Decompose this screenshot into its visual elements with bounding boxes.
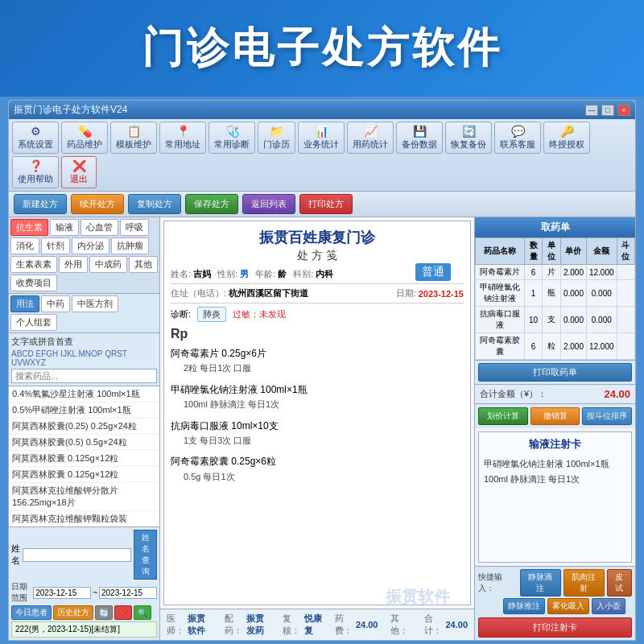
patient-list-item[interactable]: 222(男，2023-12-15)[未结算] [11,621,157,638]
refresh-button[interactable]: 🔄 [95,605,113,620]
cat-tab-endocrine[interactable]: 内分泌 [72,237,109,254]
toolbar: ⚙系统设置 💊药品维护 📋模板维护 📍常用地址 🩺常用诊断 📁门诊历 📊业务统计… [9,119,635,192]
rx-watermark: 振贯软件 [386,586,450,605]
toolbar-system-settings[interactable]: ⚙系统设置 [12,122,59,154]
rx-title: 处 方 笺 [171,249,464,263]
drug-item[interactable]: 阿莫西林胶囊 0.125g×12粒 [9,467,159,483]
iv-push-button[interactable]: 静脉推注 [503,598,545,614]
drug-item[interactable]: 阿莫西林胶囊(0.25) 0.25g×24粒 [9,419,159,435]
print-take-drug-button[interactable]: 打印取药单 [478,363,632,382]
cat-tab-respiratory[interactable]: 呼吸 [120,219,149,236]
window-controls: — □ × [585,105,630,116]
footer-total: 24.00 [445,620,468,630]
rx-header: 振贯百姓康复门诊 处 方 笺 普通 [171,228,464,263]
date-to-input[interactable] [99,587,157,599]
toolbar-drug-maintain[interactable]: 💊药品维护 [61,122,108,154]
cat-tab-digestive[interactable]: 消化 [10,237,39,254]
toolbar-customer-service[interactable]: 💬联系客服 [494,122,541,154]
toolbar-diagnosis[interactable]: 🩺常用诊断 [208,122,255,154]
date-from-input[interactable] [33,587,91,599]
alpha-index[interactable]: ABCD EFGH IJKL MNOP QRST UVWXYZ [11,349,157,367]
close-button[interactable]: × [617,105,630,116]
main-title: 门诊电子处方软件 [142,20,502,76]
clear-button[interactable]: ❌ [114,605,132,620]
cat-tab-vitamins[interactable]: 生素表素 [10,256,57,273]
toolbar-template[interactable]: 📋模板维护 [110,122,157,154]
undo-calc-button[interactable]: 撤销算 [530,407,580,425]
back-to-list-button[interactable]: 返回列表 [242,194,295,214]
prescription-wrapper: 振贯百姓康复门诊 处 方 笺 普通 姓名: 吉妈 性别: 男 [160,217,474,640]
calc-buttons-row: 划价计算 撤销算 按斗位排序 [475,403,635,428]
open-prescription-button[interactable]: 续开处方 [71,194,124,214]
skin-test-button[interactable]: 皮试 [607,569,632,597]
cat-tab-usage[interactable]: 用法 [10,295,39,312]
maximize-button[interactable]: □ [601,105,614,116]
drug-item[interactable]: 0.5%甲硝唑注射液 100ml×1瓶 [9,402,159,419]
today-patients-button[interactable]: 今日患者 [11,605,52,620]
window-title: 振贯门诊电子处方软件V24 [14,103,127,117]
cat-tab-chinese[interactable]: 中成药 [89,256,127,273]
patient-section: 姓 名 姓名查询 日期范围 ~ 今日患者 历史处方 🔄 ❌ 🔍 [9,526,159,640]
toolbar-exit[interactable]: ❌退出 [61,156,97,188]
toolbar-history[interactable]: 📁门诊历 [258,122,295,154]
col-price: 单价 [560,238,586,265]
footer-dispenser: 振贯发药 [246,613,270,637]
cat-tab-infusion[interactable]: 输液 [50,219,79,236]
iv-drip-button[interactable]: 静脉滴注 [520,569,561,597]
infusion-card-title: 输液注射卡 [484,437,626,452]
total-area: 合计金额（¥）： 24.00 [475,384,635,403]
patient-name-input[interactable] [23,548,131,562]
history-prescriptions-button[interactable]: 历史处方 [53,605,93,620]
toolbar-authorize[interactable]: 🔑终授授权 [543,122,590,154]
drug-item[interactable]: 阿莫西林克拉维酸钾颗粒袋装 156.25mg×18粒 [9,511,159,526]
bottom-quick: 快捷输入： 静脉滴注 肌肉注射 皮试 静脉推注 雾化吸入 入小壶 打印注射卡 [475,566,635,640]
search-label: 文字或拼音首查 [11,336,157,348]
save-prescription-button[interactable]: 保存处方 [185,194,238,214]
drug-item[interactable]: 0.4%氧氟沙星注射液 100ml×1瓶 [9,386,159,402]
category-tabs-row2: 用法 中药 中医方剂 个人组套 [9,294,159,333]
diagnosis-tag: 肺炎 [197,307,226,322]
footer-drug-cost: 24.00 [356,620,378,630]
rx-diagnosis-row: 诊断: 肺炎 过敏：未发现 [171,307,464,322]
date-range-label: 日期范围 [11,581,31,604]
small-bottle-button[interactable]: 入小壶 [592,598,625,614]
cat-tab-antibiotics[interactable]: 抗生素 [10,219,48,236]
cat-tab-personal-set[interactable]: 个人组套 [10,314,57,331]
toolbar-address[interactable]: 📍常用地址 [159,122,206,154]
cat-tab-injection[interactable]: 针剂 [41,237,70,254]
cat-tab-formula[interactable]: 中医方剂 [72,295,118,312]
calc-button[interactable]: 划价计算 [478,407,528,425]
patient-name-label: 姓 名 [11,543,20,567]
print-infusion-button[interactable]: 打印注射卡 [478,617,632,638]
rx-type-badge: 普通 [415,263,451,281]
minimize-button[interactable]: — [585,105,598,116]
copy-prescription-button[interactable]: 复制处方 [128,194,181,214]
rx-drug-item-4: 阿奇霉素胶囊 0.25g×6粒 0.5g 每日1次 [171,454,464,484]
cat-tab-external[interactable]: 外用 [59,256,88,273]
nebulize-button[interactable]: 雾化吸入 [547,598,589,614]
cat-tab-cardio[interactable]: 心血管 [80,219,118,236]
im-injection-button[interactable]: 肌肉注射 [564,569,605,597]
cat-tab-other[interactable]: 其他 [129,256,158,273]
toolbar-business-stat[interactable]: 📊业务统计 [298,122,345,154]
toolbar-backup[interactable]: 💾备份数据 [396,122,443,154]
drug-item[interactable]: 阿莫西林克拉维酸钾分散片 156.25mg×18片 [9,483,159,511]
patient-query-button[interactable]: 姓名查询 [134,530,157,580]
left-panel: 抗生素 输液 心血管 呼吸 消化 针剂 内分泌 抗肿瘤 生素表素 外用 中成药 … [9,217,160,640]
rx-rp-label: Rp [171,327,464,341]
cat-tab-antitumor[interactable]: 抗肿瘤 [111,237,149,254]
toolbar-help[interactable]: ❓使用帮助 [12,156,59,188]
toolbar-restore[interactable]: 🔄恢复备份 [445,122,492,154]
sort-button[interactable]: 按斗位排序 [582,407,632,425]
cat-tab-fee[interactable]: 收费项目 [10,275,57,291]
print-prescription-button[interactable]: 打印处方 [299,194,353,214]
infusion-card-content: 甲硝唑氯化钠注射液 100ml×1瓶 100ml 静脉滴注 每日1次 [484,456,626,486]
search-button[interactable]: 🔍 [134,605,151,620]
cat-tab-tcm[interactable]: 中药 [41,295,70,312]
new-prescription-button[interactable]: 新建处方 [14,194,67,214]
drug-item[interactable]: 阿莫西林胶囊(0.5) 0.5g×24粒 [9,435,159,451]
drug-search-input[interactable] [11,369,157,383]
drug-item[interactable]: 阿莫西林胶囊 0.125g×12粒 [9,451,159,467]
toolbar-drug-stat[interactable]: 📈用药统计 [347,122,394,154]
patient-address: 杭州西溪区留下街道 [229,287,308,299]
